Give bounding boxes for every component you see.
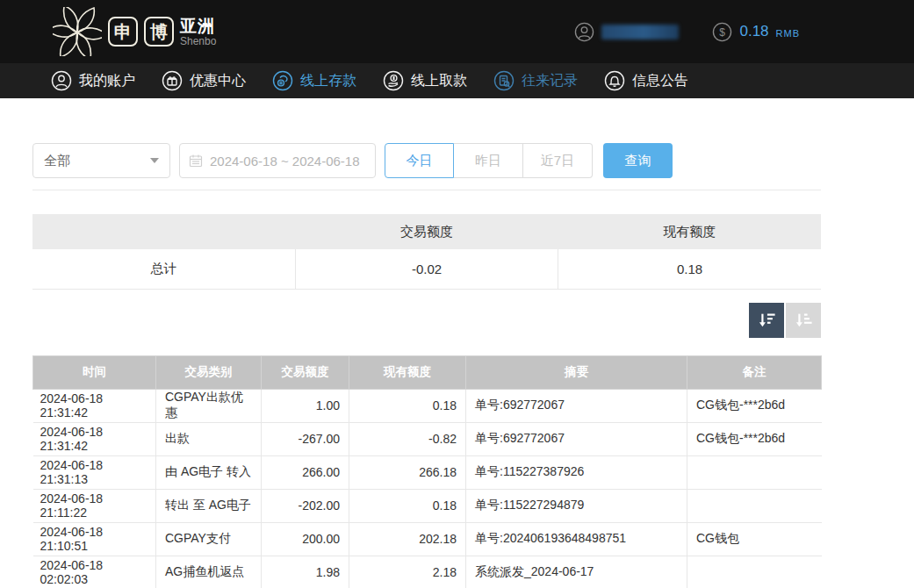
nav-item-my-account[interactable]: 我的账户: [51, 70, 135, 91]
cell-type: CGPAY出款优惠: [156, 389, 262, 422]
nav-label: 往来记录: [522, 72, 578, 90]
nav-label: 线上取款: [411, 72, 467, 90]
nav-label: 信息公告: [632, 72, 688, 90]
col-header-summary: 摘要: [466, 355, 687, 389]
cell-amount: -202.00: [262, 489, 349, 522]
cell-time: 2024-06-18 21:31:42: [33, 389, 156, 422]
nav-label: 我的账户: [79, 72, 135, 90]
table-row: 2024-06-18 21:31:42 出款 -267.00 -0.82 单号:…: [33, 422, 822, 455]
top-header: 申 博 亚洲 Shenbo $ 0.18 RMB: [0, 0, 914, 63]
sort-ascending-button[interactable]: [786, 303, 821, 338]
chevron-down-icon: [150, 158, 159, 163]
calendar-icon: [189, 154, 203, 168]
summary-table: 交易额度 现有额度 总计 -0.02 0.18: [32, 214, 821, 290]
sort-controls: [32, 303, 821, 338]
query-button[interactable]: 查询: [603, 143, 673, 178]
table-row: 2024-06-18 02:02:03 AG捕鱼机返点 1.98 2.18 系统…: [33, 556, 822, 588]
cell-time: 2024-06-18 21:11:22: [33, 489, 156, 522]
cell-remark: [687, 455, 822, 489]
cell-remark: [687, 556, 822, 588]
nav-item-online-withdrawal[interactable]: 线上取款: [383, 70, 467, 91]
summary-total-balance: 0.18: [558, 249, 821, 289]
cell-balance: 0.18: [349, 389, 466, 422]
cell-type: 由 AG电子 转入: [156, 455, 262, 489]
quick-range-group: 今日 昨日 近7日: [385, 143, 593, 178]
cell-summary: 单号:692772067: [466, 389, 687, 422]
table-row: 2024-06-18 21:31:42 CGPAY出款优惠 1.00 0.18 …: [33, 389, 822, 422]
nav-item-online-deposit[interactable]: 线上存款: [272, 70, 356, 91]
svg-text:$: $: [720, 25, 726, 38]
col-header-remark: 备注: [687, 355, 822, 389]
records-table: 时间 交易类别 交易额度 现有额度 摘要 备注 2024-06-18 21:31…: [32, 355, 822, 588]
cell-summary: 单号:202406193648498751: [466, 522, 687, 556]
cell-amount: 200.00: [262, 522, 349, 556]
flower-logo-icon: [53, 7, 102, 56]
cell-summary: 单号:692772067: [466, 422, 687, 455]
col-header-transaction-amount: 交易额度: [262, 355, 349, 389]
cell-remark: CG钱包: [687, 522, 822, 556]
cell-type: 转出 至 AG电子: [156, 489, 262, 522]
withdraw-icon: [383, 70, 404, 91]
cell-amount: 1.00: [262, 389, 349, 422]
bell-icon: [604, 70, 625, 91]
main-nav: 我的账户 优惠中心 线上存款 线上取款: [0, 63, 914, 98]
type-select[interactable]: 全部: [32, 143, 170, 178]
dollar-icon: $: [712, 22, 732, 42]
cell-balance: 202.18: [349, 522, 466, 556]
user-account-chip[interactable]: [574, 22, 679, 42]
logo-char-shen: 申: [108, 17, 138, 47]
type-select-value: 全部: [44, 153, 70, 169]
table-row: 2024-06-18 21:31:13 由 AG电子 转入 266.00 266…: [33, 455, 822, 489]
cell-type: CGPAY支付: [156, 522, 262, 556]
user-icon: [574, 22, 594, 42]
summary-total-transaction: -0.02: [295, 249, 558, 289]
summary-header-current-balance: 现有额度: [558, 214, 821, 249]
cell-summary: 单号:115227387926: [466, 455, 687, 489]
brand-logo: 申 博 亚洲 Shenbo: [53, 7, 216, 56]
cell-type: 出款: [156, 422, 262, 455]
table-row: 2024-06-18 21:10:51 CGPAY支付 200.00 202.1…: [33, 522, 822, 556]
nav-item-transaction-records[interactable]: 往来记录: [493, 70, 578, 91]
nav-item-announcements[interactable]: 信息公告: [604, 70, 688, 91]
date-range-input[interactable]: 2024-06-18 ~ 2024-06-18: [179, 143, 376, 178]
balance-amount: 0.18: [739, 23, 768, 40]
cell-time: 2024-06-18 21:10:51: [33, 522, 156, 556]
cell-type: AG捕鱼机返点: [156, 556, 262, 588]
cell-remark: CG钱包-***2b6d: [687, 422, 822, 455]
cell-balance: 2.18: [349, 556, 466, 588]
nav-item-promotions[interactable]: 优惠中心: [162, 70, 246, 91]
yesterday-button[interactable]: 昨日: [454, 143, 523, 178]
filter-toolbar: 全部 2024-06-18 ~ 2024-06-18 今日 昨日 近7日 查询: [32, 143, 821, 178]
last-7-days-button[interactable]: 近7日: [523, 143, 593, 178]
logo-char-bo: 博: [144, 17, 174, 47]
nav-label: 优惠中心: [190, 72, 246, 90]
date-range-value: 2024-06-18 ~ 2024-06-18: [210, 154, 360, 169]
today-button[interactable]: 今日: [385, 143, 454, 178]
logo-en-text: Shenbo: [180, 36, 216, 47]
col-header-time: 时间: [33, 355, 156, 389]
summary-header-transaction-amount: 交易额度: [295, 214, 558, 249]
balance-display: $ 0.18 RMB: [712, 22, 800, 42]
cell-balance: 0.18: [349, 489, 466, 522]
sort-amount-desc-icon: [757, 311, 776, 330]
section-divider: [32, 190, 821, 190]
cell-amount: 1.98: [262, 556, 349, 588]
cell-amount: -267.00: [262, 422, 349, 455]
sort-descending-button[interactable]: [749, 303, 784, 338]
gift-icon: [162, 70, 183, 91]
summary-total-row: 总计 -0.02 0.18: [32, 249, 821, 289]
cell-summary: 系统派发_2024-06-17: [466, 556, 687, 588]
cell-balance: -0.82: [349, 422, 466, 455]
username-redacted: [601, 25, 679, 39]
summary-header-empty: [32, 214, 295, 249]
col-header-type: 交易类别: [156, 355, 262, 389]
records-header-row: 时间 交易类别 交易额度 现有额度 摘要 备注: [33, 355, 822, 389]
cell-amount: 266.00: [262, 455, 349, 489]
balance-currency: RMB: [776, 25, 800, 39]
logo-region-text: 亚洲: [180, 18, 216, 34]
records-icon: [493, 70, 515, 91]
cell-time: 2024-06-18 21:31:42: [33, 422, 156, 455]
summary-total-label: 总计: [32, 249, 295, 289]
sort-amount-asc-icon: [794, 311, 813, 330]
cell-time: 2024-06-18 02:02:03: [33, 556, 156, 588]
